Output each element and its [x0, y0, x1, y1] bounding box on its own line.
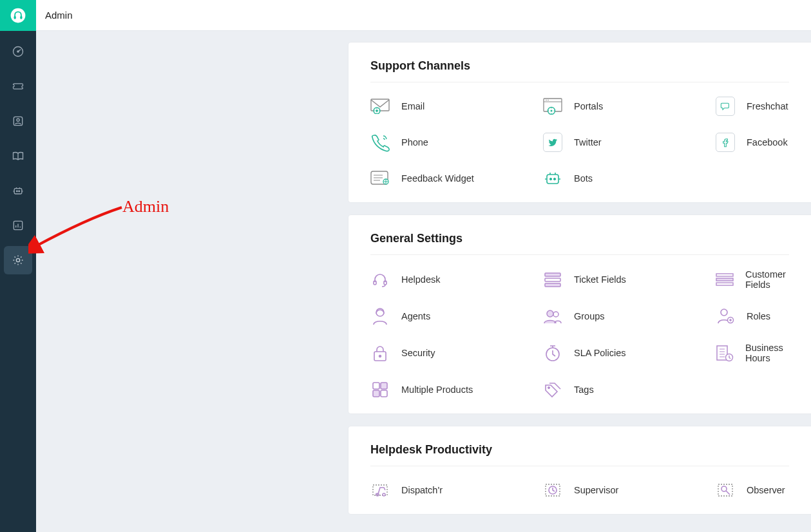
- item-customer-fields[interactable]: Customer Fields: [716, 269, 789, 290]
- item-sla-policies[interactable]: SLA Policies: [543, 343, 716, 363]
- nav-forums[interactable]: [4, 176, 32, 205]
- business-hours-icon: [716, 343, 734, 363]
- item-label: Twitter: [574, 137, 602, 147]
- svg-point-50: [376, 493, 379, 496]
- item-groups[interactable]: Groups: [543, 307, 716, 326]
- svg-point-14: [376, 110, 378, 112]
- svg-point-24: [553, 178, 555, 180]
- svg-rect-22: [547, 175, 558, 184]
- observer-icon: [716, 480, 735, 500]
- item-multiple-products[interactable]: Multiple Products: [370, 380, 543, 399]
- item-label: Supervisor: [574, 485, 618, 495]
- item-label: Helpdesk: [401, 274, 440, 285]
- svg-point-40: [379, 355, 381, 357]
- nav-tickets[interactable]: [4, 72, 32, 100]
- customer-fields-icon: [716, 270, 734, 289]
- item-bots[interactable]: Bots: [543, 169, 716, 188]
- ticket-fields-icon: [543, 270, 562, 289]
- svg-rect-30: [716, 274, 733, 276]
- svg-point-34: [547, 310, 553, 317]
- svg-point-9: [19, 191, 20, 192]
- item-label: Observer: [747, 485, 785, 495]
- svg-rect-31: [716, 278, 733, 281]
- portals-icon: [543, 97, 562, 116]
- item-label: Phone: [401, 137, 428, 147]
- item-tags[interactable]: Tags: [543, 380, 716, 399]
- svg-rect-46: [373, 390, 379, 397]
- chart-icon: [12, 219, 24, 232]
- item-label: Security: [401, 348, 435, 358]
- security-icon: [370, 343, 390, 363]
- panel-general-settings: General Settings Helpdesk Ticket Fields: [348, 215, 811, 413]
- panel-title-productivity: Helpdesk Productivity: [370, 443, 789, 466]
- item-label: Dispatch'r: [401, 485, 443, 495]
- nav-contacts[interactable]: [4, 107, 32, 135]
- item-freshchat[interactable]: Freshchat: [716, 97, 789, 116]
- item-phone[interactable]: Phone: [370, 133, 543, 152]
- svg-point-17: [548, 100, 549, 101]
- sidebar: [0, 0, 36, 532]
- svg-rect-7: [14, 189, 22, 194]
- item-label: Portals: [574, 101, 603, 111]
- dispatchr-icon: [370, 480, 390, 500]
- supervisor-icon: [543, 480, 562, 500]
- panel-title-general: General Settings: [370, 232, 789, 255]
- item-facebook[interactable]: Facebook: [716, 133, 789, 152]
- helpdesk-icon: [370, 270, 390, 289]
- headset-icon: [10, 7, 26, 24]
- item-roles[interactable]: Roles: [716, 307, 789, 326]
- robot-icon: [12, 184, 24, 197]
- item-business-hours[interactable]: Business Hours: [716, 343, 789, 363]
- app-logo[interactable]: [0, 0, 36, 31]
- bots-icon: [543, 169, 562, 188]
- item-label: SLA Policies: [574, 348, 626, 358]
- item-portals[interactable]: Portals: [543, 97, 716, 116]
- svg-point-38: [730, 319, 732, 321]
- feedback-icon: [370, 169, 390, 188]
- nav-dashboard[interactable]: [4, 37, 32, 66]
- item-agents[interactable]: Agents: [370, 307, 543, 326]
- item-label: Multiple Products: [401, 385, 473, 395]
- main-area: Support Channels Email Portals: [36, 31, 811, 532]
- roles-icon: [716, 307, 735, 326]
- item-label: Bots: [574, 173, 593, 184]
- item-label: Email: [401, 101, 425, 111]
- svg-rect-1: [14, 16, 16, 19]
- svg-point-6: [17, 119, 19, 121]
- nav-reports[interactable]: [4, 211, 32, 240]
- svg-point-0: [11, 8, 26, 23]
- nav-admin[interactable]: [4, 246, 32, 274]
- facebook-icon: [716, 133, 735, 152]
- freshchat-icon: [716, 97, 735, 116]
- item-helpdesk[interactable]: Helpdesk: [370, 269, 543, 290]
- item-label: Ticket Fields: [574, 274, 626, 285]
- svg-point-16: [546, 100, 547, 101]
- twitter-icon: [543, 133, 562, 152]
- page-title: Admin: [45, 10, 73, 21]
- email-icon: [370, 97, 390, 116]
- panel-title-support: Support Channels: [370, 59, 789, 82]
- item-twitter[interactable]: Twitter: [543, 133, 716, 152]
- item-label: Feedback Widget: [401, 173, 474, 184]
- svg-point-48: [548, 387, 550, 389]
- svg-point-8: [17, 191, 18, 192]
- svg-point-19: [551, 110, 553, 112]
- nav-solutions[interactable]: [4, 142, 32, 170]
- item-security[interactable]: Security: [370, 343, 543, 363]
- sla-icon: [543, 343, 562, 363]
- item-ticket-fields[interactable]: Ticket Fields: [543, 269, 716, 290]
- contact-icon: [12, 115, 24, 128]
- item-email[interactable]: Email: [370, 97, 543, 116]
- svg-point-35: [553, 312, 558, 317]
- item-supervisor[interactable]: Supervisor: [543, 480, 716, 500]
- groups-icon: [543, 307, 562, 326]
- item-dispatchr[interactable]: Dispatch'r: [370, 480, 543, 500]
- svg-point-51: [383, 493, 385, 496]
- page-header: Admin: [36, 0, 811, 31]
- agents-icon: [370, 307, 390, 326]
- item-feedback-widget[interactable]: Feedback Widget: [370, 169, 543, 188]
- panel-support-channels: Support Channels Email Portals: [348, 43, 811, 202]
- svg-rect-47: [381, 390, 387, 397]
- item-observer[interactable]: Observer: [716, 480, 789, 500]
- tags-icon: [543, 380, 562, 399]
